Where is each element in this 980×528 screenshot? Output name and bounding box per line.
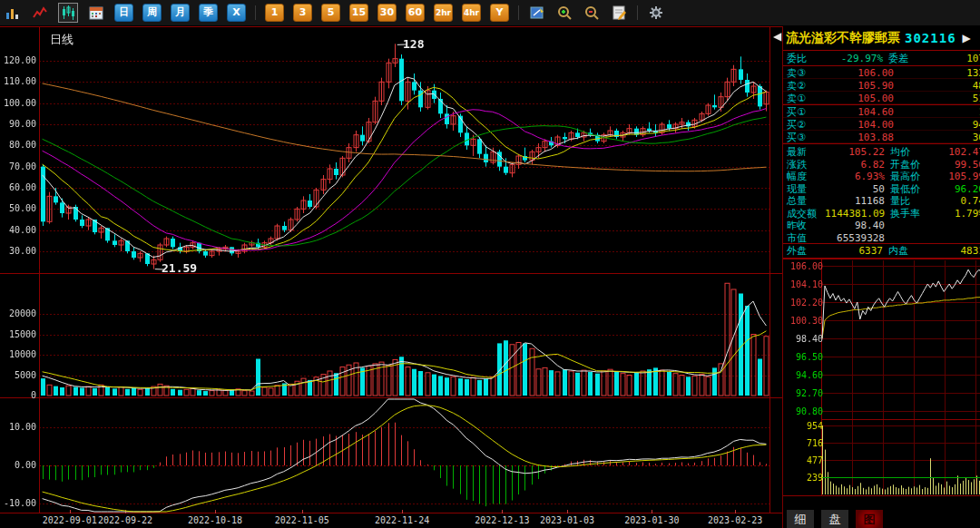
volume-tick-label: 10000 xyxy=(0,349,36,359)
tab-orders[interactable]: 盘 xyxy=(821,510,848,528)
intraday-canvas[interactable] xyxy=(783,259,980,505)
date-label: 2023-01-30 xyxy=(620,515,683,525)
price-tick-label: 80.00 xyxy=(0,140,36,150)
line-chart-icon[interactable] xyxy=(31,4,49,22)
sell-level-row[interactable]: 卖②105.9048 xyxy=(783,79,980,92)
stock-title-bar: 流光溢彩不幹膠郵票 302116 ▶ xyxy=(783,26,980,51)
neipan-value: 4831 xyxy=(919,245,980,257)
stats-row: 现量50最低价96.20 xyxy=(783,182,980,195)
stats-row: 涨跌6.82开盘价99.50 xyxy=(783,158,980,171)
daily-chart-region: 日线 120.00110.00100.0090.0080.0070.0060.0… xyxy=(0,26,782,528)
intraday-price-tick: 100.30 xyxy=(790,316,823,326)
stock-code: 302116 xyxy=(905,31,956,45)
period-5min-button[interactable]: 5 xyxy=(321,4,340,22)
stats-row: 总量11168量比0.74 xyxy=(783,194,980,207)
intraday-volume-tick: 716 xyxy=(790,438,823,448)
intraday-price-tick: 92.70 xyxy=(790,388,823,398)
candlestick-icon[interactable] xyxy=(58,3,78,23)
volume-tick-label: 15000 xyxy=(0,329,36,339)
buy-level-row[interactable]: 买③103.8830 xyxy=(783,131,980,143)
period-year-button[interactable]: Y xyxy=(490,4,509,22)
draw-tool-icon[interactable] xyxy=(528,4,546,22)
toolbar-separator xyxy=(637,5,638,20)
intraday-chart: 106.00104.10102.20100.3098.4096.5094.609… xyxy=(783,259,980,505)
volume-tick-label: 20000 xyxy=(0,308,36,318)
price-tick-label: 90.00 xyxy=(0,119,36,129)
volume-tick-label: 0 xyxy=(0,390,36,400)
quote-panel: ◀ 流光溢彩不幹膠郵票 302116 ▶ 委比 -29.97% 委差 107 卖… xyxy=(782,26,980,528)
price-tick-label: 70.00 xyxy=(0,161,36,171)
date-label: 2022-09-22 xyxy=(93,515,157,525)
price-tick-label: 40.00 xyxy=(0,225,36,235)
main-chart-canvas[interactable] xyxy=(0,26,782,513)
stats-row: 最新105.22均价102.47 xyxy=(783,145,980,158)
price-tick-label: 60.00 xyxy=(0,182,36,192)
period-month-button[interactable]: 月 xyxy=(171,4,190,22)
stats-row: 市值65539328 xyxy=(783,231,980,244)
date-label: 2022-11-24 xyxy=(370,515,434,525)
price-tick-label: 100.00 xyxy=(0,98,36,108)
calendar-icon[interactable] xyxy=(87,4,105,22)
period-quarter-button[interactable]: 季 xyxy=(199,4,218,22)
sell-level-row[interactable]: 卖①105.0051 xyxy=(783,92,980,104)
price-tick-label: 30.00 xyxy=(0,246,36,256)
panel-tabs: 细 盘 图 xyxy=(783,505,980,528)
period-week-button[interactable]: 周 xyxy=(142,4,162,22)
period-30min-button[interactable]: 30 xyxy=(377,4,397,22)
price-tick-label: 120.00 xyxy=(0,55,36,65)
buy-level-row[interactable]: 买①104.601 xyxy=(783,105,980,118)
low-annotation: 21.59 xyxy=(162,261,197,275)
intraday-volume-tick: 239 xyxy=(790,473,823,483)
date-label: 2022-11-05 xyxy=(270,515,334,525)
waipan-label: 外盘 xyxy=(787,244,816,258)
toolbar: 日周月季X1351530602hr4hrY xyxy=(0,0,980,26)
period-day-button[interactable]: 日 xyxy=(114,4,133,22)
weibi-value: -29.97% xyxy=(816,53,883,64)
zoom-out-icon[interactable] xyxy=(583,4,601,22)
sell-level-row[interactable]: 卖③106.00133 xyxy=(783,66,980,79)
collapse-left-icon[interactable]: ◀ xyxy=(773,30,781,43)
buy-levels: 买①104.601买②104.0094买③103.8830 xyxy=(783,105,980,144)
collapse-right-icon[interactable]: ▶ xyxy=(963,32,971,44)
intraday-volume-tick: 477 xyxy=(790,455,823,465)
intraday-volume-tick: 954 xyxy=(790,421,823,431)
weicha-label: 委差 xyxy=(883,52,919,65)
period-3min-button[interactable]: 3 xyxy=(293,4,312,22)
tab-detail[interactable]: 细 xyxy=(787,510,814,528)
period-x-button[interactable]: X xyxy=(227,4,246,22)
tab-chart[interactable]: 图 xyxy=(856,510,883,528)
trading-terminal: { "icons": {"collapse_left":"◀","collaps… xyxy=(0,0,980,528)
price-tick-label: 110.00 xyxy=(0,76,36,86)
period-4hr-button[interactable]: 4hr xyxy=(462,4,481,22)
buy-level-row[interactable]: 买②104.0094 xyxy=(783,118,980,131)
date-axis: 2022-09-012022-09-222022-10-182022-11-05… xyxy=(0,513,782,528)
intraday-price-tick: 102.20 xyxy=(790,298,823,308)
period-60min-button[interactable]: 60 xyxy=(406,4,425,22)
period-1min-button[interactable]: 1 xyxy=(265,4,284,22)
waipan-value: 6337 xyxy=(816,245,883,257)
quote-panel-inner: 流光溢彩不幹膠郵票 302116 ▶ 委比 -29.97% 委差 107 卖③1… xyxy=(783,26,980,528)
date-label: 2023-01-03 xyxy=(535,515,599,525)
toolbar-separator xyxy=(255,5,256,20)
zoom-in-icon[interactable] xyxy=(555,4,573,22)
weibi-label: 委比 xyxy=(787,52,816,65)
stats-row: 昨收98.40 xyxy=(783,219,980,231)
intraday-price-tick: 98.40 xyxy=(790,334,823,344)
toolbar-separator xyxy=(518,5,519,20)
price-tick-label: 50.00 xyxy=(0,203,36,213)
weicha-value: 107 xyxy=(919,53,980,64)
weibi-row: 委比 -29.97% 委差 107 xyxy=(783,51,980,66)
period-2hr-button[interactable]: 2hr xyxy=(434,4,453,22)
intraday-price-tick: 106.00 xyxy=(790,261,823,271)
notes-icon[interactable] xyxy=(610,4,628,22)
date-label: 2022-12-13 xyxy=(470,515,534,525)
sell-levels: 卖③106.00133卖②105.9048卖①105.0051 xyxy=(783,66,980,105)
macd-tick-label: -10.00 xyxy=(0,498,36,508)
date-label: 2022-10-18 xyxy=(183,515,247,525)
settings-gear-icon[interactable] xyxy=(647,4,665,22)
period-15min-button[interactable]: 15 xyxy=(349,4,368,22)
date-label: 2023-02-23 xyxy=(703,515,767,525)
waipan-row: 外盘 6337 内盘 4831 xyxy=(783,244,980,259)
bar-chart-icon[interactable] xyxy=(4,4,22,22)
stats-rows: 最新105.22均价102.47涨跌6.82开盘价99.50幅度6.93%最高价… xyxy=(783,144,980,244)
